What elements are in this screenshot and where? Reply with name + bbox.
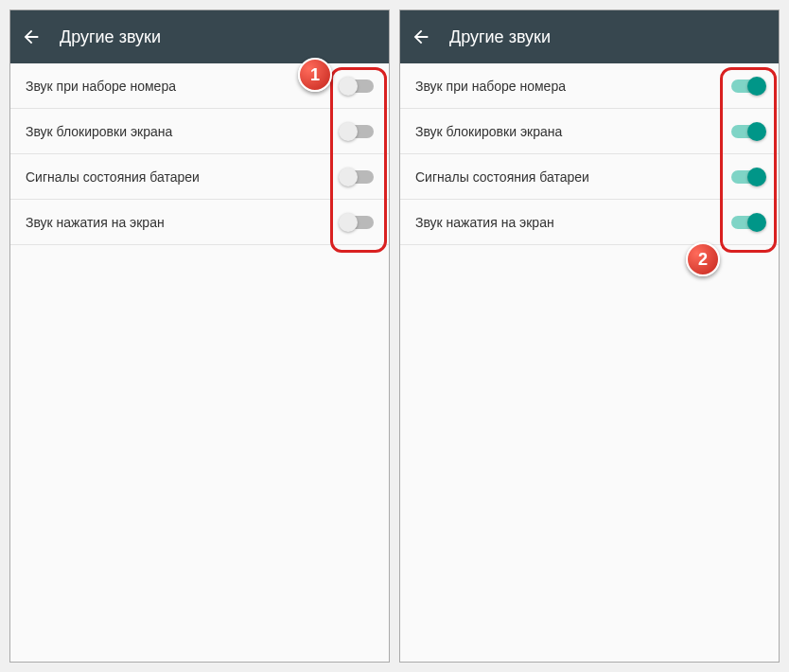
list-item-label: Звук блокировки экрана	[26, 124, 172, 139]
back-arrow-icon[interactable]	[410, 26, 432, 48]
list-item[interactable]: Звук нажатия на экран	[400, 200, 779, 245]
list-item-label: Звук нажатия на экран	[415, 215, 554, 230]
list-item[interactable]: Звук блокировки экрана	[10, 109, 389, 154]
list-item-label: Сигналы состояния батареи	[26, 169, 200, 185]
settings-list: Звук при наборе номера Звук блокировки э…	[10, 63, 389, 662]
toggle-switch[interactable]	[342, 125, 374, 138]
list-item[interactable]: Звук блокировки экрана	[400, 109, 779, 154]
toolbar: Другие звуки	[400, 10, 779, 63]
phone-panel-left: Другие звуки Звук при наборе номера Звук…	[9, 9, 390, 663]
page-title: Другие звуки	[449, 27, 551, 47]
toolbar: Другие звуки	[10, 10, 389, 63]
list-item[interactable]: Звук нажатия на экран	[10, 200, 389, 245]
annotation-badge: 2	[686, 242, 720, 276]
list-item-label: Звук нажатия на экран	[26, 215, 165, 230]
list-item-label: Звук при наборе номера	[26, 79, 176, 94]
toggle-switch[interactable]	[342, 216, 374, 229]
toggle-switch[interactable]	[731, 170, 763, 184]
list-item[interactable]: Звук при наборе номера	[400, 63, 779, 109]
back-arrow-icon[interactable]	[20, 26, 43, 48]
list-item[interactable]: Звук при наборе номера	[10, 63, 389, 109]
list-item[interactable]: Сигналы состояния батареи	[10, 154, 389, 200]
page-title: Другие звуки	[60, 27, 161, 47]
settings-list: Звук при наборе номера Звук блокировки э…	[400, 63, 779, 662]
list-item[interactable]: Сигналы состояния батареи	[400, 154, 779, 200]
toggle-switch[interactable]	[731, 80, 763, 93]
toggle-switch[interactable]	[342, 170, 374, 184]
list-item-label: Звук при наборе номера	[415, 79, 566, 94]
phone-panel-right: Другие звуки Звук при наборе номера Звук…	[399, 9, 780, 663]
list-item-label: Сигналы состояния батареи	[415, 169, 589, 185]
list-item-label: Звук блокировки экрана	[415, 124, 562, 139]
annotation-badge: 1	[298, 58, 332, 92]
toggle-switch[interactable]	[342, 80, 374, 93]
toggle-switch[interactable]	[731, 125, 763, 138]
toggle-switch[interactable]	[731, 216, 763, 229]
